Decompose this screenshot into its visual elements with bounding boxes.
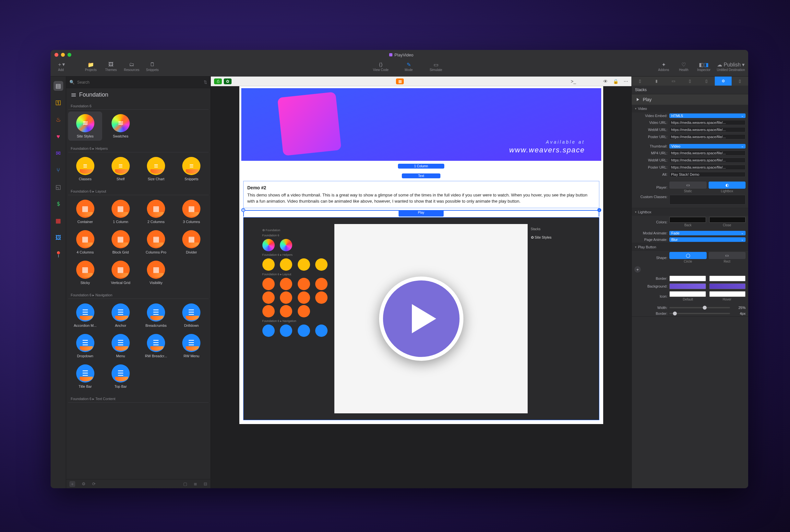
selection-handle-right[interactable]: i: [597, 208, 601, 212]
custom-classes-input[interactable]: [669, 195, 746, 205]
stack-tile[interactable]: ≡Classes: [68, 154, 102, 184]
view-code-button[interactable]: ⟨⟩View Code: [373, 62, 389, 72]
stack-tile[interactable]: ▦Divider: [174, 228, 208, 257]
stack-tile[interactable]: ▦2 Columns: [139, 197, 173, 226]
stack-tile[interactable]: ▦1 Column: [104, 197, 137, 226]
lock-icon[interactable]: 🔒: [613, 79, 618, 84]
inspector-tab-6[interactable]: ⚙: [715, 77, 731, 86]
maximize-window-button[interactable]: [68, 53, 71, 57]
inspector-tab-3[interactable]: ▭: [665, 77, 682, 86]
player-static-button[interactable]: ▭: [669, 182, 707, 189]
rail-mail[interactable]: ✉: [54, 149, 63, 158]
stack-tile[interactable]: ▦Columns Pro: [139, 228, 173, 257]
stack-tile[interactable]: ☰Breadcrumbs: [139, 301, 173, 330]
text-stack[interactable]: Demo #2 This demo shows off a video thum…: [243, 181, 599, 208]
gear-icon[interactable]: ⚙: [82, 481, 86, 486]
stack-tile[interactable]: ☰Accordion M...: [68, 301, 102, 330]
stack-tile[interactable]: ☰Top Bar: [104, 362, 137, 391]
video-embed-select[interactable]: HTML5⌄: [669, 113, 746, 118]
stack-tile[interactable]: ▦Container: [68, 197, 102, 226]
stack-tile[interactable]: ≡Shelf: [104, 154, 137, 184]
poster2-url-input[interactable]: https://media.weavers.space/file/...: [669, 165, 746, 170]
stack-tile[interactable]: ≋Site Styles: [68, 112, 102, 141]
width-slider[interactable]: [669, 307, 730, 308]
inspector-tab-2[interactable]: ▮: [648, 77, 665, 86]
section-video[interactable]: Video: [632, 105, 748, 113]
refresh-icon[interactable]: ⟳: [92, 481, 96, 486]
rail-branch[interactable]: ⑂: [54, 165, 63, 175]
stack-tile[interactable]: ≋Swatches: [104, 112, 137, 141]
add-page-button[interactable]: +: [70, 481, 75, 487]
stack-tile[interactable]: ▦4 Columns: [68, 228, 102, 257]
collapse-icon[interactable]: ⊟: [204, 481, 207, 486]
section-lightbox[interactable]: Lightbox: [632, 208, 748, 216]
search-input[interactable]: [77, 80, 201, 84]
stack-tile[interactable]: ≡Snippets: [174, 154, 208, 184]
rail-grid[interactable]: ▦: [54, 216, 63, 226]
sort-toggle[interactable]: ⇅: [204, 80, 207, 84]
canvas-chip-2[interactable]: ✿: [224, 78, 231, 84]
rail-flame[interactable]: ♨: [54, 115, 63, 125]
inspector-tab-4[interactable]: ▯: [682, 77, 698, 86]
play-button-overlay[interactable]: [379, 277, 464, 361]
inspector-tab-1[interactable]: ▯: [632, 77, 648, 86]
close-window-button[interactable]: [55, 53, 58, 57]
more-icon[interactable]: ⋯: [624, 79, 628, 84]
rail-pin[interactable]: 📍: [54, 250, 63, 259]
mp4-url-input[interactable]: https://media.weavers.space/file/...: [669, 150, 746, 156]
rail-key[interactable]: ⚿: [54, 98, 63, 108]
themes-button[interactable]: 🖼Themes: [104, 62, 118, 72]
stack-tile[interactable]: ☰Title Bar: [68, 362, 102, 391]
list-view-icon[interactable]: ≣: [194, 481, 197, 486]
border-swatch-2[interactable]: [709, 276, 746, 281]
inspector-tab-7[interactable]: ▯: [732, 77, 748, 86]
webm-url-input[interactable]: https://media.weavers.space/file/...: [669, 127, 746, 132]
stack-tile[interactable]: ▦3 Columns: [174, 197, 208, 226]
stack-tile[interactable]: ▦Block Grid: [104, 228, 137, 257]
stack-tile[interactable]: ☰Dropdown: [68, 331, 102, 361]
stack-tile[interactable]: ☰Anchor: [104, 301, 137, 330]
add-property-button[interactable]: +: [634, 266, 641, 273]
selection-handle-left[interactable]: ✕: [241, 208, 245, 212]
icon-swatch-2[interactable]: [709, 291, 746, 297]
webm2-url-input[interactable]: https://media.weavers.space/file/...: [669, 157, 746, 163]
stack-label-text[interactable]: Text: [402, 173, 440, 178]
minimize-window-button[interactable]: [61, 53, 65, 57]
lightbox-close-swatch[interactable]: [709, 217, 746, 223]
inspector-tab-5[interactable]: ▯: [698, 77, 715, 86]
stack-label-1column[interactable]: 1 Column: [398, 164, 444, 169]
bg-swatch-1[interactable]: [669, 283, 706, 289]
publish-button[interactable]: ☁ Publish ▾Untitled Destination: [717, 62, 745, 72]
rail-image[interactable]: 🖼: [54, 233, 63, 243]
terminal-icon[interactable]: >_: [571, 79, 576, 84]
rail-money[interactable]: ＄: [54, 199, 63, 209]
border-slider[interactable]: [669, 313, 730, 314]
poster-url-input[interactable]: https://media.weavers.space/file/...: [669, 134, 746, 139]
eye-icon[interactable]: 👁: [603, 79, 608, 84]
canvas-chip-1[interactable]: ⎙: [214, 78, 222, 84]
thumb-view-icon[interactable]: ▢: [183, 481, 187, 486]
page-animate-select[interactable]: Blur⌄: [669, 237, 746, 242]
video-url-input[interactable]: https://media.weavers.space/file/...: [669, 120, 746, 125]
lightbox-back-swatch[interactable]: [669, 217, 706, 223]
stack-label-play[interactable]: Play: [399, 210, 444, 216]
shape-circle-button[interactable]: ◯: [669, 252, 707, 259]
canvas-chip-grid[interactable]: ▦: [396, 78, 404, 84]
stack-tile[interactable]: ☰RW Breadcr...: [139, 331, 173, 361]
addons-button[interactable]: ✦Addons: [656, 62, 671, 72]
border-swatch-1[interactable]: [669, 276, 706, 281]
rail-stacks[interactable]: ▤: [54, 81, 63, 91]
alt-input[interactable]: Play Stack! Demo: [669, 172, 746, 177]
stack-tile[interactable]: ☰Menu: [104, 331, 137, 361]
icon-swatch-1[interactable]: [669, 291, 706, 297]
stack-tile[interactable]: ≡Size Chart: [139, 154, 173, 184]
stack-tile[interactable]: ▦Vertical Grid: [104, 258, 137, 287]
simulate-button[interactable]: ▭Simulate: [429, 62, 443, 72]
rail-cube[interactable]: ◱: [54, 182, 63, 192]
stack-tile[interactable]: ☰RW Menu: [174, 331, 208, 361]
health-button[interactable]: ♡Health: [677, 62, 691, 72]
snippets-button[interactable]: 🗒Snippets: [145, 62, 159, 72]
stack-tile[interactable]: ▦Visibility: [139, 258, 173, 287]
inspector-button[interactable]: ◧ ◨Inspector: [697, 62, 711, 72]
thumbnail-select[interactable]: Video⌄: [669, 144, 746, 149]
